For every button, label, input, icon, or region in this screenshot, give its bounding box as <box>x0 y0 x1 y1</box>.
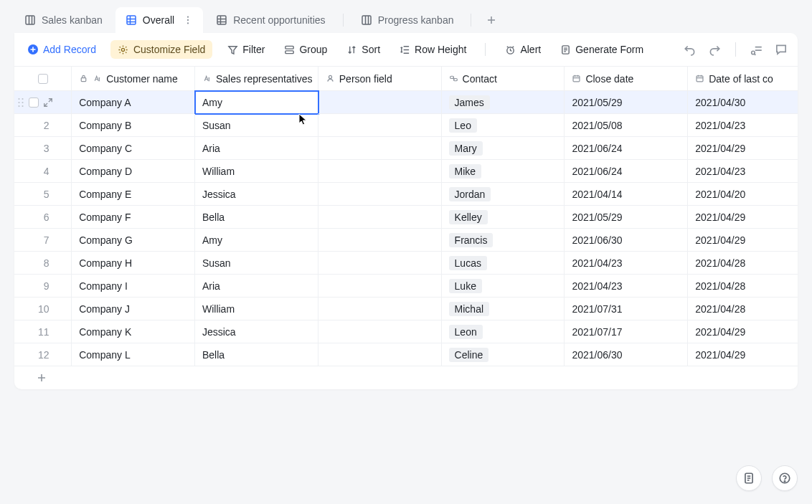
cell-sales-rep[interactable]: Jessica <box>195 183 318 206</box>
row-index-cell[interactable]: 5 <box>14 183 72 206</box>
cell-person[interactable] <box>318 114 442 137</box>
table-row[interactable]: 12 Company L Bella Celine 2021/06/30 202… <box>14 343 798 366</box>
header-person[interactable]: Person field <box>318 67 442 91</box>
cell-last-contact[interactable]: 2021/04/29 <box>688 343 798 366</box>
table-row[interactable]: 4 Company D William Mike 2021/06/24 2021… <box>14 160 798 183</box>
header-sales-rep[interactable]: Sales representatives <box>195 67 318 91</box>
cell-sales-rep[interactable]: Susan <box>195 252 318 275</box>
customize-field-button[interactable]: Customize Field <box>110 40 212 59</box>
cell-person[interactable] <box>318 183 442 206</box>
cell-sales-rep[interactable]: Amy <box>195 91 318 114</box>
cell-close-date[interactable]: 2021/07/17 <box>565 320 688 343</box>
add-record-button[interactable]: Add Record <box>23 41 100 58</box>
row-index-cell[interactable]: 3 <box>14 137 72 160</box>
table-row[interactable]: Company A Amy James 2021/05/29 2021/04/3… <box>14 91 798 114</box>
sort-button[interactable]: Sort <box>341 41 384 58</box>
cell-person[interactable] <box>318 298 442 320</box>
cell-person[interactable] <box>318 343 442 366</box>
cell-close-date[interactable]: 2021/05/29 <box>565 91 688 114</box>
expand-icon[interactable] <box>43 98 53 108</box>
cell-customer[interactable]: Company C <box>72 137 195 160</box>
cell-sales-rep[interactable]: Susan <box>195 114 318 137</box>
cell-sales-rep[interactable]: William <box>195 160 318 183</box>
search-button[interactable] <box>749 42 765 57</box>
tab-overall[interactable]: Overall <box>115 7 203 33</box>
cell-contact[interactable]: Lucas <box>442 252 565 275</box>
table-row[interactable]: 8 Company H Susan Lucas 2021/04/23 2021/… <box>14 252 798 275</box>
row-index-cell[interactable]: 8 <box>14 252 72 275</box>
header-contact[interactable]: Contact <box>442 67 565 91</box>
cell-contact[interactable]: Leon <box>442 320 565 343</box>
cell-close-date[interactable]: 2021/06/24 <box>565 160 688 183</box>
cell-customer[interactable]: Company A <box>72 91 195 114</box>
comment-button[interactable] <box>773 42 789 57</box>
table-row[interactable]: 5 Company E Jessica Jordan 2021/04/14 20… <box>14 183 798 206</box>
cell-person[interactable] <box>318 91 442 114</box>
tab-recent-opportunities[interactable]: Recent opportunities <box>206 7 335 33</box>
row-index-cell[interactable]: 9 <box>14 275 72 298</box>
cell-sales-rep[interactable]: Aria <box>195 275 318 298</box>
table-row[interactable]: 2 Company B Susan Leo 2021/05/08 2021/04… <box>14 114 798 137</box>
cell-customer[interactable]: Company H <box>72 252 195 275</box>
cell-sales-rep[interactable]: Bella <box>195 343 318 366</box>
header-customer[interactable]: Customer name <box>72 67 195 91</box>
help-fab[interactable] <box>772 465 798 491</box>
cell-close-date[interactable]: 2021/07/31 <box>565 298 688 320</box>
row-checkbox[interactable] <box>29 98 39 108</box>
doc-fab[interactable] <box>736 465 762 491</box>
filter-button[interactable]: Filter <box>222 41 269 58</box>
generate-form-button[interactable]: Generate Form <box>555 41 648 58</box>
cell-contact[interactable]: Michal <box>442 298 565 320</box>
cell-contact[interactable]: Mike <box>442 160 565 183</box>
cell-sales-rep[interactable]: Jessica <box>195 320 318 343</box>
alert-button[interactable]: Alert <box>500 41 545 58</box>
cell-sales-rep[interactable]: Bella <box>195 206 318 229</box>
row-index-cell[interactable]: 4 <box>14 160 72 183</box>
cell-last-contact[interactable]: 2021/04/29 <box>688 229 798 252</box>
redo-button[interactable] <box>707 42 722 57</box>
cell-person[interactable] <box>318 275 442 298</box>
cell-contact[interactable]: James <box>442 91 565 114</box>
group-button[interactable]: Group <box>279 41 331 58</box>
cell-close-date[interactable]: 2021/04/23 <box>565 252 688 275</box>
cell-person[interactable] <box>318 206 442 229</box>
cell-customer[interactable]: Company G <box>72 229 195 252</box>
cell-last-contact[interactable]: 2021/04/23 <box>688 160 798 183</box>
cell-customer[interactable]: Company F <box>72 206 195 229</box>
cell-contact[interactable]: Francis <box>442 229 565 252</box>
cell-person[interactable] <box>318 252 442 275</box>
cell-close-date[interactable]: 2021/04/23 <box>565 275 688 298</box>
cell-contact[interactable]: Luke <box>442 275 565 298</box>
cell-customer[interactable]: Company I <box>72 275 195 298</box>
row-index-cell[interactable]: 2 <box>14 114 72 137</box>
cell-last-contact[interactable]: 2021/04/23 <box>688 114 798 137</box>
cell-last-contact[interactable]: 2021/04/28 <box>688 252 798 275</box>
cell-last-contact[interactable]: 2021/04/29 <box>688 206 798 229</box>
cell-contact[interactable]: Kelley <box>442 206 565 229</box>
cell-last-contact[interactable]: 2021/04/28 <box>688 275 798 298</box>
add-row-button[interactable] <box>14 366 798 389</box>
row-index-cell[interactable]: 7 <box>14 229 72 252</box>
header-close-date[interactable]: Close date <box>565 67 688 91</box>
select-all-checkbox[interactable] <box>38 74 48 84</box>
cell-last-contact[interactable]: 2021/04/29 <box>688 320 798 343</box>
header-checkbox-cell[interactable] <box>14 67 72 91</box>
cell-sales-rep[interactable]: William <box>195 298 318 320</box>
cell-customer[interactable]: Company K <box>72 320 195 343</box>
cell-person[interactable] <box>318 320 442 343</box>
cell-customer[interactable]: Company D <box>72 160 195 183</box>
table-row[interactable]: 11 Company K Jessica Leon 2021/07/17 202… <box>14 320 798 343</box>
cell-close-date[interactable]: 2021/04/14 <box>565 183 688 206</box>
cell-close-date[interactable]: 2021/06/30 <box>565 229 688 252</box>
cell-contact[interactable]: Celine <box>442 343 565 366</box>
cell-close-date[interactable]: 2021/06/24 <box>565 137 688 160</box>
drag-handle-icon[interactable] <box>17 98 24 108</box>
tab-sales-kanban[interactable]: Sales kanban <box>14 7 113 33</box>
table-row[interactable]: 3 Company C Aria Mary 2021/06/24 2021/04… <box>14 137 798 160</box>
add-view-button[interactable] <box>481 10 501 30</box>
row-index-cell[interactable]: 11 <box>14 320 72 343</box>
cell-close-date[interactable]: 2021/05/08 <box>565 114 688 137</box>
cell-customer[interactable]: Company E <box>72 183 195 206</box>
cell-last-contact[interactable]: 2021/04/20 <box>688 183 798 206</box>
table-row[interactable]: 9 Company I Aria Luke 2021/04/23 2021/04… <box>14 275 798 298</box>
